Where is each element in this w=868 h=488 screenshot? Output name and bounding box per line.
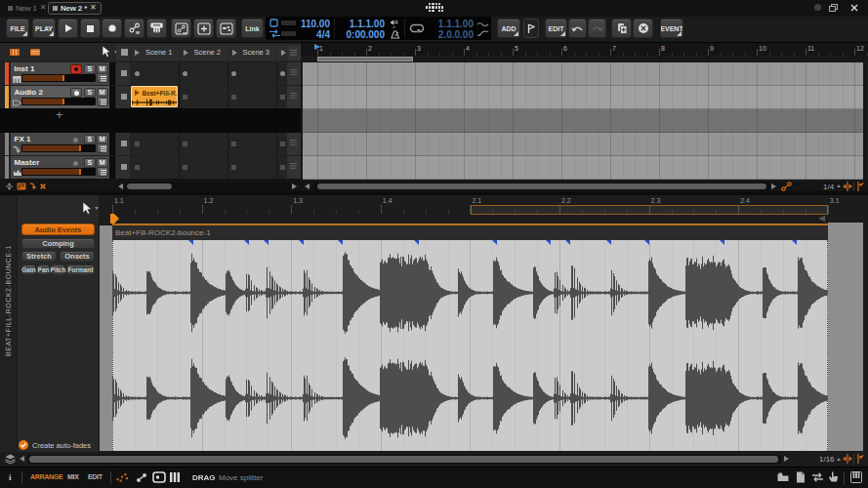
record-arm-button[interactable] <box>70 135 83 144</box>
track-more-icon[interactable] <box>290 140 297 141</box>
controller-link-icon[interactable] <box>136 472 147 483</box>
arranger-snap-icon[interactable] <box>843 182 852 191</box>
stretch-button[interactable]: Stretch <box>21 251 57 262</box>
playhead-marker[interactable] <box>314 44 320 50</box>
loop-start-value[interactable]: 1.1.1.00 <box>429 19 474 29</box>
solo-button[interactable]: S <box>84 88 96 98</box>
file-icon[interactable] <box>796 471 806 483</box>
track-height-icon[interactable] <box>5 183 14 190</box>
document-tab[interactable]: New 1✕ <box>4 2 50 16</box>
clip-stop-column[interactable] <box>116 62 130 85</box>
onset-marker[interactable] <box>414 240 419 245</box>
audio-events-button[interactable]: Audio Events <box>21 224 95 235</box>
display-mode-icon[interactable] <box>152 471 166 483</box>
arranger-scrollbar-thumb[interactable] <box>317 183 766 189</box>
onset-marker[interactable] <box>565 240 570 245</box>
record-arm-button[interactable] <box>70 158 83 168</box>
editor-follow-icon[interactable] <box>856 454 865 464</box>
editor-snap-icon[interactable] <box>843 454 852 464</box>
track-menu-button[interactable] <box>97 73 108 83</box>
layered-editing-icon[interactable] <box>5 454 16 465</box>
add-track-button[interactable]: + <box>56 107 63 122</box>
scene-cell[interactable]: Scene 1 <box>131 45 179 61</box>
onscreen-keyboard-icon[interactable] <box>169 471 181 483</box>
arranger-automation-icon[interactable] <box>781 182 792 191</box>
io-swap-icon[interactable] <box>811 472 824 482</box>
tempo-envelope-icon[interactable] <box>476 20 489 27</box>
fader-handle[interactable] <box>62 75 64 81</box>
fill-mode-button[interactable] <box>216 19 236 38</box>
arranger-grid-caret[interactable] <box>837 184 841 187</box>
empty-slot-stop-square[interactable] <box>231 165 236 170</box>
add-button[interactable]: ADD <box>497 19 520 38</box>
display-slider-bottom[interactable] <box>281 31 296 36</box>
empty-slot-record-dot[interactable] <box>135 71 140 76</box>
clip-play-icon[interactable] <box>135 90 140 96</box>
arranger-zoom-bar[interactable] <box>317 57 413 62</box>
automation-write-button[interactable]: w <box>124 19 145 38</box>
gain-button[interactable]: Gain <box>21 264 36 275</box>
tab-close-icon[interactable]: ✕ <box>90 4 97 12</box>
empty-slot-stop-square[interactable] <box>280 142 285 146</box>
tab-close-icon[interactable]: ✕ <box>40 4 47 12</box>
empty-slot-stop-square[interactable] <box>231 95 236 100</box>
onset-marker[interactable] <box>606 240 611 245</box>
launcher-scroll-right[interactable] <box>292 183 297 189</box>
onsets-button[interactable]: Onsets <box>60 251 95 262</box>
empty-slot-stop-square[interactable] <box>280 165 285 170</box>
browser-icon[interactable] <box>777 472 789 482</box>
pitch-button[interactable]: Pitch <box>51 264 65 275</box>
editor-scrollbar-thumb[interactable] <box>29 456 778 463</box>
view-edit-button[interactable]: EDIT <box>88 473 103 480</box>
view-mix-button[interactable]: MIX <box>67 473 79 480</box>
loop-length-value[interactable]: 2.0.0.00 <box>429 29 474 40</box>
launcher-scrollbar-thumb[interactable] <box>127 183 172 189</box>
position-value[interactable]: 1.1.1.00 <box>340 19 385 29</box>
undo-button[interactable] <box>568 19 587 38</box>
clip-stop-column[interactable] <box>116 156 130 179</box>
click-speaker-icon[interactable] <box>390 20 402 29</box>
minimize-button[interactable] <box>811 2 823 14</box>
clip-stop-button[interactable] <box>121 164 127 170</box>
display-slider-top[interactable] <box>281 20 296 25</box>
arranger-follow-icon[interactable] <box>856 182 865 191</box>
stop-x-icon[interactable] <box>39 183 47 190</box>
solo-button[interactable]: S <box>84 64 96 74</box>
stop-all-clips-button[interactable] <box>121 49 128 56</box>
play-menu-button[interactable]: PLAY <box>32 19 56 38</box>
display-profile-icon[interactable] <box>269 19 281 27</box>
onset-marker[interactable] <box>546 240 551 245</box>
track-menu-button[interactable] <box>97 143 108 153</box>
launcher-scroll-left[interactable] <box>118 183 123 189</box>
add-track-area[interactable] <box>0 108 301 133</box>
clip-stop-button[interactable] <box>121 141 127 146</box>
launcher-clip[interactable]: Beat+Fill-R... <box>131 86 178 107</box>
duplicate-button[interactable] <box>611 19 632 38</box>
delete-button[interactable] <box>633 19 653 38</box>
waveform-area[interactable] <box>112 240 828 451</box>
onset-marker[interactable] <box>338 240 343 245</box>
arranger-empty-lane[interactable] <box>303 109 863 133</box>
empty-slot-stop-square[interactable] <box>231 142 236 146</box>
cursor-tool-icon[interactable] <box>101 45 112 59</box>
signature-envelope-icon[interactable] <box>476 30 489 37</box>
event-button[interactable]: EVENT <box>660 19 683 38</box>
onset-marker[interactable] <box>264 240 269 245</box>
onset-marker[interactable] <box>720 240 724 245</box>
time-signature-value[interactable]: 4/4 <box>295 29 330 40</box>
clip-header[interactable]: Beat+Fill-ROCK2-bounce-1 <box>112 225 828 240</box>
solo-button[interactable]: S <box>84 135 96 144</box>
solo-button[interactable]: S <box>84 158 96 168</box>
track-more-icon[interactable] <box>290 69 297 70</box>
auto-fades-checkbox[interactable] <box>19 440 28 450</box>
tempo-value[interactable]: 110.00 <box>295 19 330 29</box>
clip-stop-button[interactable] <box>121 70 127 76</box>
scene-cell-partial[interactable] <box>277 45 287 61</box>
document-tab[interactable]: New 2 *✕ <box>48 2 102 16</box>
track-header[interactable]: Audio 2SM <box>11 86 110 108</box>
track-more-icon[interactable] <box>290 93 297 94</box>
volume-fader[interactable] <box>21 144 96 152</box>
empty-slot-stop-square[interactable] <box>183 95 187 100</box>
scene-more-icon[interactable] <box>290 50 297 51</box>
scene-play-icon[interactable] <box>135 50 140 56</box>
